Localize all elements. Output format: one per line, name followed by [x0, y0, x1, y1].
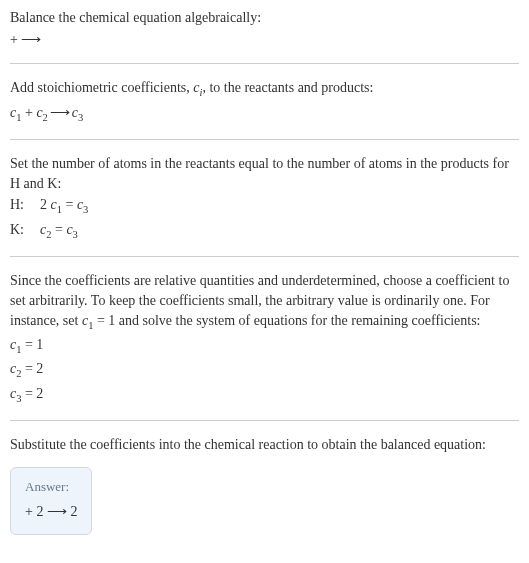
c3-sub: 3 [78, 111, 83, 122]
add-coeff-lead: Add stoichiometric coefficients, [10, 80, 193, 95]
section-atom-balance: Set the number of atoms in the reactants… [10, 154, 519, 242]
bare-equation: + ⟶ [10, 30, 519, 50]
atom-balance-intro: Set the number of atoms in the reactants… [10, 154, 519, 193]
set-eq: = 1 [93, 313, 115, 328]
section-solve: Since the coefficients are relative quan… [10, 271, 519, 406]
balance-row-k: K: c2 = c3 [10, 220, 519, 242]
add-coeff-tail: , to the reactants and products: [202, 80, 373, 95]
solution-c2: c2 = 2 [10, 359, 519, 381]
solve-paragraph: Since the coefficients are relative quan… [10, 271, 519, 333]
element-label-k: K: [10, 220, 30, 240]
balance-instruction: Balance the chemical equation algebraica… [10, 8, 519, 28]
k-equation: c2 = c3 [40, 220, 78, 242]
sol-c2-val: = 2 [21, 361, 43, 376]
h-coeff: 2 [40, 197, 51, 212]
balance-row-h: H: 2 c1 = c3 [10, 195, 519, 217]
divider [10, 139, 519, 140]
h-equation: 2 c1 = c3 [40, 195, 88, 217]
divider [10, 420, 519, 421]
answer-title: Answer: [25, 478, 77, 496]
divider [10, 256, 519, 257]
solution-c3: c3 = 2 [10, 384, 519, 406]
substitute-text: Substitute the coefficients into the che… [10, 435, 519, 455]
section-balance-intro: Balance the chemical equation algebraica… [10, 8, 519, 49]
answer-equation: + 2 ⟶ 2 [25, 502, 77, 522]
h-rhs-sub: 3 [83, 204, 88, 215]
k-eq: = [51, 222, 66, 237]
sol-c3-val: = 2 [21, 386, 43, 401]
solve-p2: and solve the system of equations for th… [115, 313, 480, 328]
add-coeff-text: Add stoichiometric coefficients, ci, to … [10, 78, 519, 100]
k-rhs-sub: 3 [73, 229, 78, 240]
answer-box: Answer: + 2 ⟶ 2 [10, 467, 92, 535]
section-substitute: Substitute the coefficients into the che… [10, 435, 519, 455]
coeff-equation: c1 + c2 ⟶ c3 [10, 103, 519, 125]
sol-c1-val: = 1 [21, 337, 43, 352]
divider [10, 63, 519, 64]
arrow-1: ⟶ [48, 103, 72, 123]
section-add-coefficients: Add stoichiometric coefficients, ci, to … [10, 78, 519, 125]
h-eq: = [62, 197, 77, 212]
element-label-h: H: [10, 195, 30, 215]
plus-1: + [21, 105, 36, 120]
solution-c1: c1 = 1 [10, 335, 519, 357]
